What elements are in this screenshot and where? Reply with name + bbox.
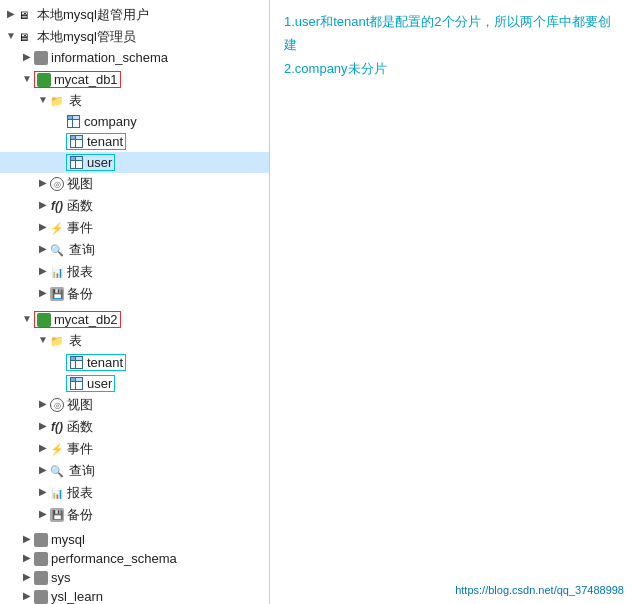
arrow-backup-db1: [36, 287, 50, 301]
comment-line1: 1.user和tenant都是配置的2个分片，所以两个库中都要创建: [284, 10, 618, 57]
arrow-func-db1: [36, 199, 50, 213]
mycat-db1-label: mycat_db1: [54, 72, 118, 87]
root-manager-item[interactable]: 🖥 本地mysql管理员: [0, 26, 269, 48]
arrow-mycat-db2: [20, 313, 34, 327]
user2-label: user: [87, 376, 112, 391]
comment-block: 1.user和tenant都是配置的2个分片，所以两个库中都要创建 2.comp…: [284, 10, 618, 80]
arrow-mysql: [20, 533, 34, 547]
tenant2-highlight: tenant: [66, 354, 126, 371]
arrow-event-db2: [36, 442, 50, 456]
mycat-db1-border: mycat_db1: [34, 71, 121, 88]
events-label-db1: 事件: [67, 219, 93, 237]
tables-folder-icon: 📁: [50, 93, 66, 109]
table-company-item[interactable]: company: [0, 112, 269, 131]
tree-panel: 🖥 本地mysql超管用户 🖥 本地mysql管理员 information_s…: [0, 0, 270, 604]
db-icon-info: [34, 51, 48, 65]
queries-label-db2: 查询: [69, 462, 95, 480]
mycat-db2-label: mycat_db2: [54, 312, 118, 327]
perf-schema-label: performance_schema: [51, 551, 177, 566]
queries-folder-db2[interactable]: 🔍 查询: [0, 460, 269, 482]
mycat-db1-item[interactable]: mycat_db1: [0, 69, 269, 90]
root-admin-item[interactable]: 🖥 本地mysql超管用户: [0, 4, 269, 26]
queries-label-db1: 查询: [69, 241, 95, 259]
tables-folder-icon-db2: 📁: [50, 333, 66, 349]
tenant-label: tenant: [87, 134, 123, 149]
queries-folder-db1[interactable]: 🔍 查询: [0, 239, 269, 261]
events-folder-db2[interactable]: ⚡ 事件: [0, 438, 269, 460]
table-icon-company: [66, 114, 81, 129]
functions-label-db2: 函数: [67, 418, 93, 436]
table-icon-tenant2: [69, 355, 84, 370]
company-label: company: [84, 114, 137, 129]
arrow-info-schema: [20, 51, 34, 65]
views-label-db1: 视图: [67, 175, 93, 193]
backup-folder-db2[interactable]: 💾 备份: [0, 504, 269, 526]
functions-folder-db1[interactable]: f() 函数: [0, 195, 269, 217]
perf-schema-item[interactable]: performance_schema: [0, 549, 269, 568]
arrow-root-manager: [4, 30, 18, 44]
watermark: https://blog.csdn.net/qq_37488998: [455, 584, 624, 596]
root-manager-label: 本地mysql管理员: [37, 28, 136, 46]
reports-label-db2: 报表: [67, 484, 93, 502]
arrow-sys: [20, 571, 34, 585]
ysl-learn-item[interactable]: ysl_learn: [0, 587, 269, 604]
mycat-db2-border: mycat_db2: [34, 311, 121, 328]
arrow-report-db2: [36, 486, 50, 500]
table-tenant-item[interactable]: tenant: [0, 131, 269, 152]
functions-label-db1: 函数: [67, 197, 93, 215]
information-schema-item[interactable]: information_schema: [0, 48, 269, 67]
tables-label-db2: 表: [69, 332, 82, 350]
server-icon: 🖥: [18, 7, 34, 23]
mysql-db-label: mysql: [51, 532, 85, 547]
views-folder-db1[interactable]: ◎ 视图: [0, 173, 269, 195]
tables-folder-db1[interactable]: 📁 表: [0, 90, 269, 112]
db-icon-sys: [34, 571, 48, 585]
backup-icon-db2: 💾: [50, 508, 64, 522]
views-icon-db1: ◎: [50, 177, 64, 191]
query-icon-db1: 🔍: [50, 242, 66, 258]
report-icon-db1: 📊: [50, 265, 64, 279]
right-panel: 1.user和tenant都是配置的2个分片，所以两个库中都要创建 2.comp…: [270, 0, 632, 604]
arrow-query-db2: [36, 464, 50, 478]
table-icon-tenant: [69, 134, 84, 149]
reports-folder-db1[interactable]: 📊 报表: [0, 261, 269, 283]
arrow-query-db1: [36, 243, 50, 257]
reports-folder-db2[interactable]: 📊 报表: [0, 482, 269, 504]
ysl-learn-label: ysl_learn: [51, 589, 103, 604]
mysql-db-item[interactable]: mysql: [0, 530, 269, 549]
tenant2-label: tenant: [87, 355, 123, 370]
reports-label-db1: 报表: [67, 263, 93, 281]
table-icon-user2: [69, 376, 84, 391]
db-icon-mycat2: [37, 313, 51, 327]
backup-icon-db1: 💾: [50, 287, 64, 301]
views-folder-db2[interactable]: ◎ 视图: [0, 394, 269, 416]
manager-server-icon: 🖥: [18, 29, 34, 45]
mycat-db2-item[interactable]: mycat_db2: [0, 309, 269, 330]
backup-label-db1: 备份: [67, 285, 93, 303]
table-user-item[interactable]: user: [0, 152, 269, 173]
events-label-db2: 事件: [67, 440, 93, 458]
views-icon-db2: ◎: [50, 398, 64, 412]
root-admin-label: 本地mysql超管用户: [37, 6, 149, 24]
table-tenant2-item[interactable]: tenant: [0, 352, 269, 373]
sys-db-label: sys: [51, 570, 71, 585]
event-icon-db2: ⚡: [50, 442, 64, 456]
table-user2-item[interactable]: user: [0, 373, 269, 394]
backup-folder-db1[interactable]: 💾 备份: [0, 283, 269, 305]
arrow-backup-db2: [36, 508, 50, 522]
tables-label-db1: 表: [69, 92, 82, 110]
func-icon-db1: f(): [50, 199, 64, 213]
tenant-highlight: tenant: [66, 133, 126, 150]
info-schema-label: information_schema: [51, 50, 168, 65]
db-icon-mycat1: [37, 73, 51, 87]
tables-folder-db2[interactable]: 📁 表: [0, 330, 269, 352]
arrow-ysl: [20, 590, 34, 604]
backup-label-db2: 备份: [67, 506, 93, 524]
arrow-func-db2: [36, 420, 50, 434]
functions-folder-db2[interactable]: f() 函数: [0, 416, 269, 438]
events-folder-db1[interactable]: ⚡ 事件: [0, 217, 269, 239]
sys-db-item[interactable]: sys: [0, 568, 269, 587]
arrow-root-admin: [4, 8, 18, 22]
event-icon-db1: ⚡: [50, 221, 64, 235]
user-highlight: user: [66, 154, 115, 171]
